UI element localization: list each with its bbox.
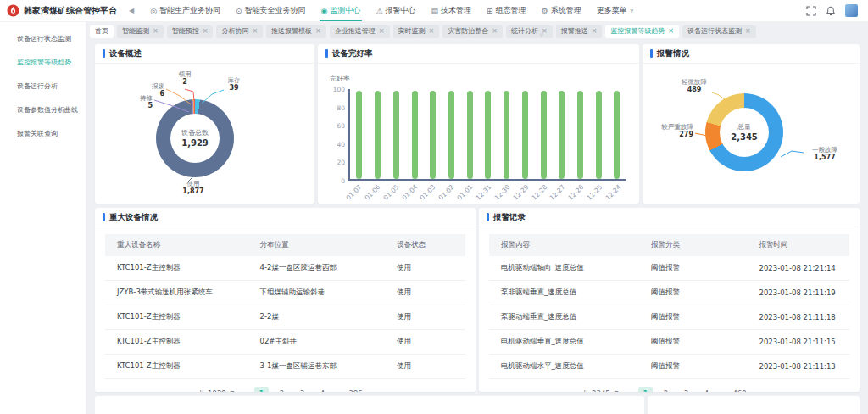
panel-header: 设备完好率	[318, 44, 639, 64]
page-4[interactable]: 4	[699, 387, 714, 392]
close-icon[interactable]: ×	[492, 25, 498, 37]
menu-item-production[interactable]: ◎智能生产业务协同	[142, 0, 228, 21]
panel-alarm-situation: 报警情况 总量 2,345 轻微故障	[643, 44, 860, 204]
tab-报警推送[interactable]: 报警推送×	[556, 25, 603, 38]
tab-推送报警模板[interactable]: 推送报警模板×	[266, 25, 326, 38]
page-3[interactable]: 3	[295, 387, 309, 392]
table-cell: 3-1煤一盘区辅运巷东部	[257, 355, 394, 379]
page-1[interactable]: 1	[254, 387, 269, 392]
sidebar-item-设备参数值分析曲线[interactable]: 设备参数值分析曲线	[0, 98, 86, 122]
menu-item-alarm-center[interactable]: ⚠报警中心	[368, 0, 423, 21]
page-4[interactable]: 4	[315, 387, 330, 392]
close-icon[interactable]: ×	[745, 25, 751, 37]
y-tick-label: 60	[323, 122, 345, 130]
y-axis-title: 完好率	[330, 74, 350, 83]
major-equipment-table-wrap: 重大设备名称 分布位置 设备状态 KTC101-Z主控制器4-2煤一盘区胶运巷西…	[95, 227, 476, 392]
alarm-records-table: 报警内容 报警分类 报警时间 电机驱动端轴向_速度总值阈值报警2023-01-0…	[489, 234, 849, 379]
close-icon[interactable]: ×	[668, 25, 674, 37]
next-page-icon[interactable]: ›	[369, 389, 372, 392]
close-icon[interactable]: ×	[315, 25, 321, 37]
menu-item-safety[interactable]: ⊙智能安全业务协同	[228, 0, 314, 21]
menu-item-more-menu[interactable]: 更多菜单∨	[589, 0, 642, 21]
sidebar-item-监控报警等级趋势[interactable]: 监控报警等级趋势	[0, 51, 86, 75]
table-cell: 4-2煤一盘区胶运巷西部	[257, 256, 394, 281]
tab-设备运行状态监测[interactable]: 设备运行状态监测×	[682, 25, 756, 38]
close-icon[interactable]: ×	[592, 25, 598, 37]
sidebar: 设备运行状态监测监控报警等级趋势设备运行分析设备参数值分析曲线报警关联查询	[0, 22, 86, 414]
close-icon[interactable]: ×	[379, 25, 385, 37]
panel-integrity-rate: 设备完好率 完好率 02040608010001-0701-0601-0501-…	[318, 44, 639, 204]
menu-item-system-management[interactable]: ⚙系统管理	[534, 0, 589, 21]
close-icon[interactable]: ×	[252, 25, 258, 37]
close-icon[interactable]: ×	[429, 25, 435, 37]
table-row: 泵非驱端垂直_速度总值阈值报警2023-01-08 21:11:19	[489, 281, 849, 305]
tab-首页[interactable]: 首页	[90, 25, 114, 38]
alarm-center-icon: ⚠	[376, 7, 382, 15]
fullscreen-icon[interactable]	[806, 6, 816, 16]
panel-title: 设备概述	[109, 48, 142, 59]
tab-统计分析[interactable]: 统计分析×	[506, 25, 553, 38]
table-header-row: 报警内容 报警分类 报警时间	[489, 234, 849, 256]
sidebar-item-报警关联查询[interactable]: 报警关联查询	[0, 122, 86, 146]
tab-分析协同[interactable]: 分析协同×	[216, 25, 263, 38]
next-page-icon[interactable]: ›	[753, 389, 756, 392]
plot-area	[348, 89, 626, 181]
seg-label-daixiu: 待修 5	[131, 94, 153, 110]
sidebar-item-设备运行状态监测[interactable]: 设备运行状态监测	[0, 27, 86, 51]
prev-page-icon[interactable]: ‹	[245, 389, 248, 392]
tab-智能预控[interactable]: 智能预控×	[167, 25, 214, 38]
panel-major-equipment: 重大设备情况 重大设备名称 分布位置 设备状态 KTC101-Z主控制器4-2煤…	[95, 208, 476, 392]
tab-实时监测[interactable]: 实时监测×	[393, 25, 440, 38]
tab-灾害防治整合[interactable]: 灾害防治整合×	[442, 25, 503, 38]
col-header: 设备状态	[393, 234, 465, 256]
tab-监控报警等级趋势[interactable]: 监控报警等级趋势×	[605, 25, 679, 38]
panel-header: 重大设备情况	[95, 208, 476, 227]
page-3[interactable]: 3	[679, 387, 693, 392]
close-icon[interactable]: ×	[153, 25, 159, 37]
y-tick-label: 0	[323, 177, 345, 185]
app-logo-icon	[7, 4, 19, 17]
panel-alarm-records: 报警记录 报警内容 报警分类 报警时间 电机驱动端轴向_速度总值阈值报警2023…	[479, 208, 860, 392]
bar	[504, 91, 509, 179]
panel-equipment-overview: 设备概述 设备总数 1,929	[95, 44, 314, 204]
tabbar-chevron-icon[interactable]: ∨	[539, 31, 544, 39]
tables-row: 重大设备情况 重大设备名称 分布位置 设备状态 KTC101-Z主控制器4-2煤…	[95, 208, 860, 392]
tab-企业推送管理[interactable]: 企业推送管理×	[330, 25, 390, 38]
charts-row: 设备概述 设备总数 1,929	[95, 44, 860, 204]
pagination-total: 共 1929 条	[198, 389, 236, 393]
center-value: 1,929	[168, 138, 222, 148]
page-2[interactable]: 2	[659, 387, 673, 392]
menu-item-tech-management[interactable]: ▤技术管理	[424, 0, 480, 21]
table-row: 电机驱动端垂直_速度总值阈值报警2023-01-08 21:11:15	[489, 330, 849, 355]
menu-item-label: 智能生产业务协同	[159, 5, 220, 16]
close-icon[interactable]: ×	[203, 25, 209, 37]
alarm-records-table-wrap: 报警内容 报警分类 报警时间 电机驱动端轴向_速度总值阈值报警2023-01-0…	[479, 227, 860, 392]
app-title: 韩家湾煤矿综合管控平台	[24, 5, 117, 17]
bar	[596, 91, 602, 179]
page-1[interactable]: 1	[638, 387, 653, 392]
notification-bell-icon[interactable]	[826, 6, 836, 16]
page-2[interactable]: 2	[275, 387, 289, 392]
tab-智能监测[interactable]: 智能监测×	[117, 25, 164, 38]
table-cell: 电机驱动端水平_速度总值	[489, 355, 648, 379]
sidebar-item-设备运行分析[interactable]: 设备运行分析	[0, 75, 86, 98]
table-cell: 2023-01-08 21:11:18	[756, 305, 850, 330]
col-header: 报警分类	[648, 234, 756, 256]
y-tick-label: 80	[323, 104, 345, 112]
tech-management-icon: ▤	[431, 7, 439, 15]
panel-title: 设备完好率	[332, 48, 373, 59]
tab-label: 智能预控	[172, 25, 199, 37]
prev-page-icon[interactable]: ‹	[629, 389, 632, 392]
top-right-actions	[806, 0, 868, 21]
user-avatar[interactable]	[845, 4, 858, 17]
page-386[interactable]: 386	[348, 387, 363, 392]
config-management-icon: ⊞	[487, 7, 493, 15]
menu-item-config-management[interactable]: ⊞组态管理	[479, 0, 534, 21]
table-cell: 02#主斜井	[257, 330, 394, 355]
menu-collapse-button[interactable]: ◀	[117, 0, 142, 21]
bar	[467, 91, 473, 179]
title-tick-icon	[487, 213, 489, 221]
menu-item-monitor-center[interactable]: ◉监测中心	[314, 0, 369, 21]
x-tick-label: 12-24	[599, 183, 623, 204]
page-469[interactable]: 469	[732, 387, 747, 392]
